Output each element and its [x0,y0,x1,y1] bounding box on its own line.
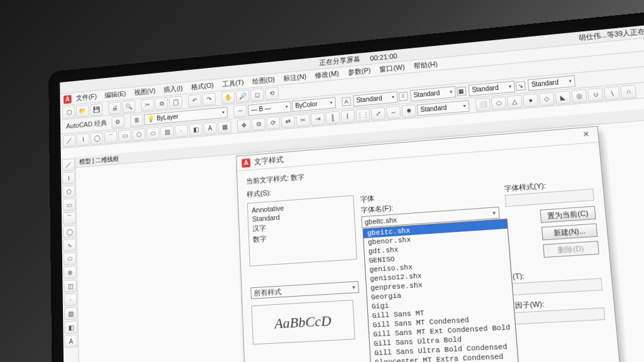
solid-cone-icon[interactable]: △ [507,94,523,108]
current-style-label: 当前文字样式: [246,174,289,185]
annotation-combo[interactable]: Standard [417,100,470,116]
array-icon[interactable]: ⋮⋮ [355,108,370,122]
line-icon[interactable]: ／ [63,134,75,147]
ltool-insert-icon[interactable]: ⊕ [64,266,77,279]
drawing-canvas[interactable]: 模型 | 二维线框 A 文字样式 ✕ 当前文字样式: 数字 [76,104,644,362]
ltool-block-icon[interactable]: ◫ [64,279,77,292]
tablestyle-value: Standard [468,80,515,96]
app-logo-icon: A [64,95,72,104]
region-icon[interactable]: ◧ [189,123,203,136]
fillet-icon[interactable]: ⌈ [340,109,355,123]
ltool-arc-icon[interactable]: ⌒ [63,212,76,225]
viewport-tab-label: 模型 | 二维线框 [79,155,119,167]
move-icon[interactable]: ✥ [237,119,251,132]
monitor-bezel: 正在分享屏幕 00:21:00 胡仕伟...等39人正在观看 A 文件(F) 编… [48,7,644,362]
workspace: ／ ⌇ ⬠ ▭ ⌒ ◯ ∿ ⬭ ⊕ ◫ · ▨ ◧ A 模 [61,104,644,362]
intersect-icon[interactable]: ∩ [620,84,636,99]
workspace-label: AutoCAD 经典 [63,118,111,131]
solid-sphere-icon[interactable]: ● [523,93,538,107]
table-icon[interactable]: ▦ [218,120,231,133]
layer-combo-value: ByLayer [157,113,179,122]
ltool-point-icon[interactable]: · [64,293,77,306]
textstyle-icon: A [341,97,351,106]
screen: 正在分享屏幕 00:21:00 胡仕伟...等39人正在观看 A 文件(F) 编… [60,21,644,362]
close-icon[interactable]: ✕ [579,129,592,141]
ltool-region-icon[interactable]: ◧ [64,321,77,334]
new-style-button[interactable]: 新建(N)... [541,223,597,240]
ltool-hatch-icon[interactable]: ▨ [64,307,77,320]
workspace-gear-icon[interactable]: ⚙ [111,115,125,128]
save-icon[interactable]: 💾 [90,103,103,116]
arc-icon[interactable]: ⌒ [104,130,118,143]
color-combo[interactable]: ByColor [292,97,336,112]
layer-bulb-icon: 💡 [147,115,154,123]
ltool-ellipse-icon[interactable]: ⬭ [64,252,77,265]
rotate-icon[interactable]: ⟳ [266,116,280,129]
font-name-listbox[interactable]: gbeitc.shxgbenor.shxgdt.shxGENISOgeniso.… [362,219,521,362]
plot-preview-icon[interactable]: 🔍 [122,100,135,113]
ltool-polygon-icon[interactable]: ⬠ [62,185,75,198]
circle-icon[interactable]: ◯ [91,131,104,145]
lineweight-combo[interactable]: — B — [248,101,291,116]
textstyle-value: Standard [353,91,398,106]
dialog-body: 当前文字样式: 数字 样式(S): AnnotativeStandard汉字数字 [237,143,616,352]
hatch-icon[interactable]: ▨ [160,125,174,138]
layer-props-icon[interactable]: ≣ [130,114,143,127]
explode-icon[interactable]: ✸ [401,104,416,118]
polygon-icon[interactable]: ⬠ [132,128,145,141]
mirror-icon[interactable]: ⇄ [281,114,296,128]
ltool-circle-icon[interactable]: ◯ [63,225,76,238]
solid-box-icon[interactable]: ⬜ [475,97,491,111]
scale-icon[interactable]: ⤢ [371,107,386,121]
subtract-icon[interactable]: ∖ [604,86,620,101]
preview-box: AaBbCcD [252,300,355,344]
solid-wedge-icon[interactable]: ◣ [555,90,570,105]
offset-icon[interactable]: ║ [326,111,340,124]
point-icon[interactable]: · [175,124,188,137]
ltool-spline-icon[interactable]: ∿ [63,238,76,251]
pan-icon[interactable]: ✋ [221,90,235,104]
tablestyle-icon: ▦ [457,86,467,96]
union-icon[interactable]: ∪ [587,87,604,102]
solid-torus-icon[interactable]: ◎ [571,89,587,103]
polyline-icon[interactable]: ⌇ [77,133,89,146]
current-style-value: 数字 [291,173,304,182]
zoom-window-icon[interactable]: ◻ [250,88,264,101]
styles-listbox[interactable]: AnnotativeStandard汉字数字 [247,195,357,266]
ltool-rect-icon[interactable]: ▭ [62,198,75,211]
copy2-icon[interactable]: ⧉ [252,117,265,130]
all-styles-dropdown[interactable]: 所有样式 [250,281,359,299]
extend-icon[interactable]: ⇥ [311,112,325,126]
zoom-prev-icon[interactable]: ⟲ [265,87,279,100]
ltool-text-icon[interactable]: A [64,334,77,348]
stretch-icon[interactable]: ↔ [386,105,401,119]
text-style-dialog: A 文字样式 ✕ 当前文字样式: 数字 样式(S): [236,126,622,362]
delete-style-button: 删除(D) [543,241,599,258]
linetype-icon[interactable]: ─ [233,104,247,118]
paste-icon[interactable]: 📋 [169,96,182,109]
new-icon[interactable]: ▢ [62,106,75,119]
open-icon[interactable]: 📂 [76,104,89,118]
trim-icon[interactable]: ✂ [296,113,310,127]
copy-icon[interactable]: ⧉ [155,97,168,110]
text-icon[interactable]: A [203,121,217,134]
font-name-value: gbeitc.shx [365,216,397,226]
solid-pyr-icon[interactable]: ◇ [539,92,555,106]
zoom-icon[interactable]: 🔎 [236,89,250,102]
cut-icon[interactable]: ✂ [141,98,154,111]
ellipse-icon[interactable]: ⬭ [147,126,160,140]
ltool-line-icon[interactable]: ／ [62,158,75,172]
solid-cyl-icon[interactable]: ⬭ [491,96,507,110]
dialog-app-icon: A [242,158,250,168]
right-column: 字体样式(Y): 置为当前(C) 新建(N)... 删除(D) [504,177,599,260]
redo-icon[interactable]: ↷ [203,92,216,106]
undo-icon[interactable]: ↶ [188,94,201,107]
set-current-button[interactable]: 置为当前(C) [540,206,596,223]
dimstyle-value: Standard [410,85,456,101]
ltool-pline-icon[interactable]: ⌇ [62,172,75,185]
styles-label: 样式(S): [247,189,271,198]
photo-background: 正在分享屏幕 00:21:00 胡仕伟...等39人正在观看 A 文件(F) 编… [0,0,644,362]
dimstyle-icon: ⟟ [399,91,408,101]
print-icon[interactable]: 🖨 [108,101,121,114]
rectangle-icon[interactable]: ▭ [118,129,131,142]
